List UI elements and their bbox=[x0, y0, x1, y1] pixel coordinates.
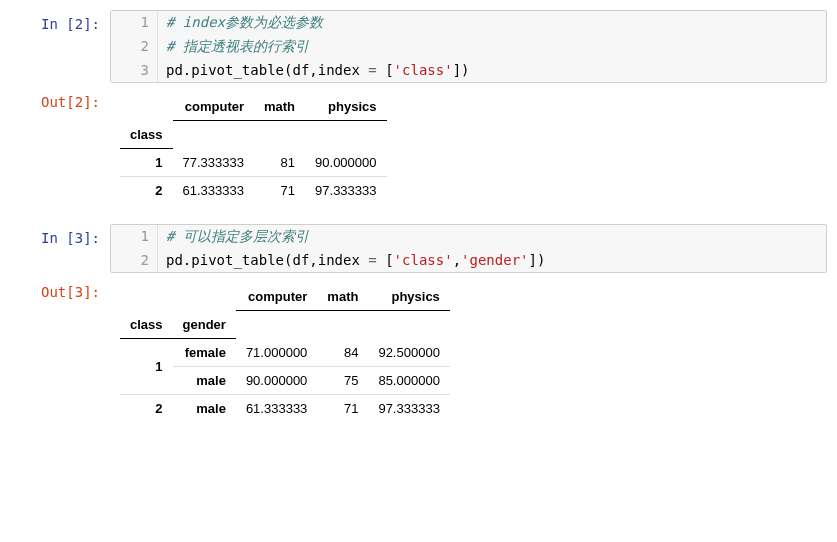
string-literal: 'gender' bbox=[461, 252, 528, 268]
string-literal: 'class' bbox=[394, 62, 453, 78]
cell-value: 75 bbox=[317, 366, 368, 394]
in-prompt-3: In [3]: bbox=[10, 224, 110, 274]
row-index-class: 2 bbox=[120, 394, 173, 422]
cell-value: 97.333333 bbox=[368, 394, 449, 422]
row-index-gender: male bbox=[173, 366, 236, 394]
row-index-gender: male bbox=[173, 394, 236, 422]
blank-header bbox=[305, 121, 386, 149]
table-index-name-row: class gender bbox=[120, 311, 450, 339]
output-cell-2: Out[2]: computer math physics class bbox=[10, 88, 827, 209]
out-prompt-2: Out[2]: bbox=[10, 88, 110, 209]
code-content: pd.pivot_table(df,index = ['class','gend… bbox=[158, 249, 545, 273]
in-prompt-2: In [2]: bbox=[10, 10, 110, 83]
code-content: # 指定透视表的行索引 bbox=[158, 35, 309, 59]
cell-value: 81 bbox=[254, 148, 305, 176]
func-name: pd.pivot_table bbox=[166, 62, 284, 78]
table-row: 2 61.333333 71 97.333333 bbox=[120, 176, 387, 204]
col-header-blank bbox=[120, 283, 173, 311]
code-input-area-3[interactable]: 1 # 可以指定多层次索引 2 pd.pivot_table(df,index … bbox=[110, 224, 827, 274]
index-name-gender: gender bbox=[173, 311, 236, 339]
bracket-close: ]) bbox=[453, 62, 470, 78]
line-number: 1 bbox=[111, 225, 158, 249]
col-header-math: math bbox=[317, 283, 368, 311]
arg-text: df,index bbox=[292, 62, 368, 78]
index-name-class: class bbox=[120, 121, 173, 149]
line-number: 2 bbox=[111, 35, 158, 59]
code-content: # 可以指定多层次索引 bbox=[158, 225, 309, 249]
blank-header bbox=[236, 311, 317, 339]
cell-value: 61.333333 bbox=[173, 176, 254, 204]
col-header-blank bbox=[120, 93, 173, 121]
equals-sign: = bbox=[368, 62, 385, 78]
col-header-physics: physics bbox=[305, 93, 386, 121]
comment-text: # index参数为必选参数 bbox=[166, 14, 323, 30]
func-name: pd.pivot_table bbox=[166, 252, 284, 268]
row-index-gender: female bbox=[173, 338, 236, 366]
table-row: 1 female 71.000000 84 92.500000 bbox=[120, 338, 450, 366]
blank-header bbox=[317, 311, 368, 339]
output-cell-3: Out[3]: computer math physics class gend… bbox=[10, 278, 827, 427]
line-number: 2 bbox=[111, 249, 158, 273]
bracket: [ bbox=[385, 252, 393, 268]
blank-header bbox=[368, 311, 449, 339]
col-header-blank bbox=[173, 283, 236, 311]
arg-text: df,index bbox=[292, 252, 368, 268]
cell-value: 61.333333 bbox=[236, 394, 317, 422]
table-index-name-row: class bbox=[120, 121, 387, 149]
cell-value: 90.000000 bbox=[236, 366, 317, 394]
equals-sign: = bbox=[368, 252, 385, 268]
code-content: # index参数为必选参数 bbox=[158, 11, 323, 35]
row-index: 1 bbox=[120, 148, 173, 176]
bracket: [ bbox=[385, 62, 393, 78]
input-cell-3: In [3]: 1 # 可以指定多层次索引 2 pd.pivot_table(d… bbox=[10, 224, 827, 274]
col-header-computer: computer bbox=[173, 93, 254, 121]
col-header-math: math bbox=[254, 93, 305, 121]
input-cell-2: In [2]: 1 # index参数为必选参数 2 # 指定透视表的行索引 3… bbox=[10, 10, 827, 83]
row-index: 2 bbox=[120, 176, 173, 204]
cell-value: 85.000000 bbox=[368, 366, 449, 394]
line-number: 1 bbox=[111, 11, 158, 35]
code-line: 1 # index参数为必选参数 bbox=[111, 11, 826, 35]
cell-value: 84 bbox=[317, 338, 368, 366]
comment-text: # 可以指定多层次索引 bbox=[166, 228, 309, 244]
cell-value: 71 bbox=[317, 394, 368, 422]
line-number: 3 bbox=[111, 59, 158, 83]
code-line: 3 pd.pivot_table(df,index = ['class']) bbox=[111, 59, 826, 83]
comma: , bbox=[453, 252, 461, 268]
cell-value: 77.333333 bbox=[173, 148, 254, 176]
cell-value: 71 bbox=[254, 176, 305, 204]
code-input-area-2[interactable]: 1 # index参数为必选参数 2 # 指定透视表的行索引 3 pd.pivo… bbox=[110, 10, 827, 83]
table-header-row: computer math physics bbox=[120, 283, 450, 311]
output-area-3: computer math physics class gender 1 fem… bbox=[110, 278, 827, 427]
bracket-close: ]) bbox=[529, 252, 546, 268]
string-literal: 'class' bbox=[394, 252, 453, 268]
cell-value: 90.000000 bbox=[305, 148, 386, 176]
col-header-computer: computer bbox=[236, 283, 317, 311]
table-header-row: computer math physics bbox=[120, 93, 387, 121]
comment-text: # 指定透视表的行索引 bbox=[166, 38, 309, 54]
cell-value: 71.000000 bbox=[236, 338, 317, 366]
cell-value: 92.500000 bbox=[368, 338, 449, 366]
index-name-class: class bbox=[120, 311, 173, 339]
code-line: 2 pd.pivot_table(df,index = ['class','ge… bbox=[111, 249, 826, 273]
cell-value: 97.333333 bbox=[305, 176, 386, 204]
out-prompt-3: Out[3]: bbox=[10, 278, 110, 427]
pivot-table-output-2: computer math physics class 1 77.333333 … bbox=[120, 93, 387, 204]
pivot-table-output-3: computer math physics class gender 1 fem… bbox=[120, 283, 450, 422]
row-index-class: 1 bbox=[120, 338, 173, 394]
output-area-2: computer math physics class 1 77.333333 … bbox=[110, 88, 827, 209]
table-row: 1 77.333333 81 90.000000 bbox=[120, 148, 387, 176]
code-content: pd.pivot_table(df,index = ['class']) bbox=[158, 59, 469, 83]
col-header-physics: physics bbox=[368, 283, 449, 311]
code-line: 2 # 指定透视表的行索引 bbox=[111, 35, 826, 59]
code-line: 1 # 可以指定多层次索引 bbox=[111, 225, 826, 249]
blank-header bbox=[254, 121, 305, 149]
blank-header bbox=[173, 121, 254, 149]
table-row: 2 male 61.333333 71 97.333333 bbox=[120, 394, 450, 422]
